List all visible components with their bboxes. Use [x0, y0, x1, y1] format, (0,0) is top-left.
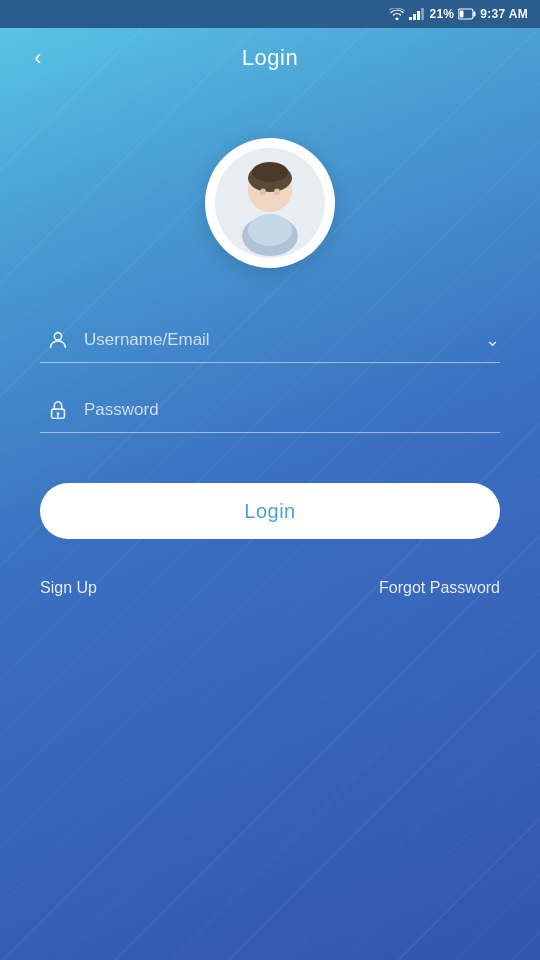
background: 21% 9:37 AM ‹ Login — [0, 0, 540, 960]
svg-point-14 — [274, 189, 280, 196]
svg-rect-1 — [413, 14, 416, 20]
battery-icon — [458, 8, 476, 20]
status-bar: 21% 9:37 AM — [0, 0, 540, 28]
user-icon — [40, 329, 76, 351]
battery-percent: 21% — [429, 7, 454, 21]
auth-links: Sign Up Forgot Password — [40, 579, 500, 597]
user-avatar — [205, 138, 335, 268]
back-button[interactable]: ‹ — [20, 40, 56, 76]
avatar-svg — [215, 148, 325, 258]
time-display: 9:37 AM — [480, 7, 528, 21]
password-row — [40, 388, 500, 433]
main-content: ⌄ Login Sign Up Forgot Pass — [0, 88, 540, 597]
username-row: ⌄ — [40, 318, 500, 363]
app-header: ‹ Login — [0, 28, 540, 88]
login-form: ⌄ Login — [40, 318, 500, 539]
svg-rect-2 — [417, 11, 420, 20]
login-button[interactable]: Login — [40, 483, 500, 539]
username-input[interactable] — [76, 326, 485, 354]
svg-point-15 — [54, 333, 61, 340]
svg-rect-3 — [421, 8, 424, 20]
svg-rect-0 — [409, 17, 412, 20]
svg-point-13 — [260, 189, 266, 196]
status-icons: 21% 9:37 AM — [389, 7, 528, 21]
dropdown-icon[interactable]: ⌄ — [485, 329, 500, 351]
password-input[interactable] — [76, 396, 500, 424]
signal-icon — [409, 8, 425, 20]
svg-point-12 — [252, 162, 288, 182]
forgot-password-link[interactable]: Forgot Password — [379, 579, 500, 597]
back-icon: ‹ — [34, 45, 41, 71]
wifi-icon — [389, 8, 405, 20]
svg-rect-6 — [460, 11, 464, 18]
svg-rect-5 — [474, 12, 476, 17]
lock-icon — [40, 399, 76, 421]
signup-link[interactable]: Sign Up — [40, 579, 97, 597]
svg-point-9 — [248, 214, 292, 246]
page-title: Login — [242, 45, 298, 71]
